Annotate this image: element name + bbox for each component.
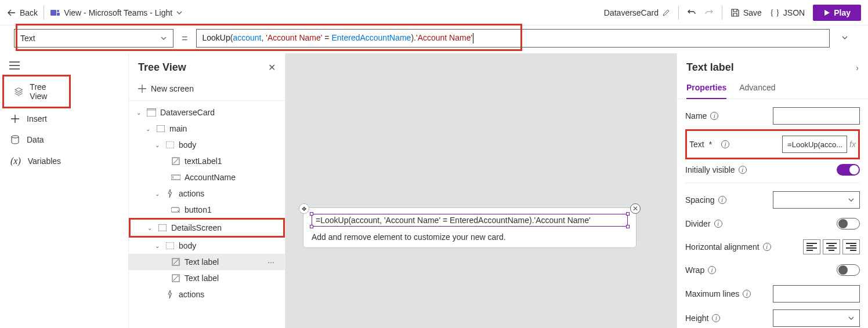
info-icon[interactable]: i: [721, 140, 729, 148]
chevron-down-icon: [160, 35, 167, 42]
tree-node-actions[interactable]: ⌄ actions: [129, 185, 285, 202]
chevron-down-icon: [841, 34, 848, 41]
svg-rect-2: [57, 13, 60, 16]
properties-title: Text label: [686, 61, 734, 74]
prop-label-divider: Divider: [685, 219, 711, 228]
hamburger-button[interactable]: [0, 58, 128, 75]
remove-element-button[interactable]: ✕: [630, 203, 641, 214]
tree-node-dataversecard[interactable]: ⌄ DataverseCard: [129, 104, 285, 121]
name-input[interactable]: [773, 107, 860, 125]
canvas[interactable]: ✥ ✕ =LookUp(account, 'Account Name' = En…: [285, 53, 677, 328]
equals-icon: =: [179, 32, 190, 45]
property-selector[interactable]: Text: [14, 29, 173, 48]
tree-node-textlabel-2[interactable]: Text label: [129, 270, 285, 286]
svg-rect-10: [171, 207, 179, 212]
rail-item-insert[interactable]: Insert: [0, 108, 128, 129]
prop-label-alignment: Horizontal alignment: [685, 242, 760, 252]
info-icon[interactable]: i: [739, 166, 747, 174]
tab-properties[interactable]: Properties: [686, 78, 726, 99]
save-icon: [730, 8, 740, 17]
top-divider-2: [678, 6, 679, 20]
fx-icon[interactable]: fx: [849, 140, 856, 149]
fx-text: =LookUp(account, 'Account Name' = Entere…: [316, 216, 591, 225]
formula-bar: Text = LookUp(account, 'Account Name' = …: [0, 25, 868, 53]
textinput-icon: [171, 174, 181, 181]
rail-item-label: Variables: [28, 156, 61, 166]
align-left-button[interactable]: [803, 239, 820, 254]
info-icon[interactable]: i: [708, 266, 716, 274]
new-screen-label: New screen: [151, 84, 194, 93]
chevron-down-icon: [176, 9, 183, 16]
formula-input[interactable]: LookUp(account, 'Account Name' = Entered…: [196, 29, 830, 48]
card-icon: [146, 108, 157, 116]
align-right-button[interactable]: [842, 239, 860, 254]
arrow-left-icon: [7, 8, 16, 17]
prop-label-text: Text: [689, 140, 704, 149]
rail-item-data[interactable]: Data: [0, 129, 128, 150]
info-icon[interactable]: i: [718, 196, 726, 204]
chevron-down-icon: [848, 196, 855, 203]
play-label: Play: [834, 8, 851, 17]
prop-label-spacing: Spacing: [685, 195, 715, 205]
align-center-button[interactable]: [823, 239, 840, 254]
container-icon: [165, 141, 175, 148]
actions-icon: [165, 290, 175, 298]
formula-expand-button[interactable]: [836, 34, 854, 43]
tree-node-body[interactable]: ⌄ body: [129, 137, 285, 153]
prop-row-divider: Divideri: [685, 213, 860, 234]
view-label: View - Microsoft Teams - Light: [64, 8, 172, 17]
info-icon[interactable]: i: [710, 112, 718, 120]
new-screen-button[interactable]: New screen: [129, 79, 285, 100]
rail-item-tree-view[interactable]: Tree View: [4, 76, 69, 107]
undo-button[interactable]: [687, 8, 696, 17]
divider-toggle[interactable]: [837, 218, 860, 229]
tree-view-panel: Tree View ✕ New screen ⌄ DataverseCard ⌄…: [129, 53, 285, 328]
props-expand-button[interactable]: ›: [856, 63, 859, 72]
tree-node-textlabel1[interactable]: textLabel1: [129, 153, 285, 169]
back-button[interactable]: Back: [7, 8, 38, 17]
card-preview[interactable]: ✥ ✕ =LookUp(account, 'Account Name' = En…: [303, 207, 636, 248]
tree-node-textlabel-selected[interactable]: Text label ···: [129, 254, 285, 270]
view-switcher[interactable]: View - Microsoft Teams - Light: [50, 8, 183, 18]
screen-icon: [155, 125, 166, 132]
play-button[interactable]: Play: [813, 5, 861, 21]
height-select[interactable]: [773, 309, 860, 327]
tree-node-main[interactable]: ⌄ main: [129, 121, 285, 137]
tree-node-detailsscreen[interactable]: ⌄ DetailsScreen: [131, 220, 283, 236]
spacing-select[interactable]: [773, 191, 860, 209]
tree-node-body-2[interactable]: ⌄ body: [129, 238, 285, 254]
redo-button[interactable]: [704, 8, 714, 17]
info-icon[interactable]: i: [712, 314, 720, 322]
maxlines-input[interactable]: [773, 285, 860, 303]
undo-icon: [687, 8, 696, 17]
tree-node-accountname[interactable]: AccountName: [129, 169, 285, 185]
tree-node-button1[interactable]: button1: [129, 202, 285, 218]
prop-row-spacing: Spacingi: [685, 189, 860, 211]
more-button[interactable]: ···: [267, 257, 280, 267]
rail-item-variables[interactable]: (x) Variables: [0, 150, 128, 172]
info-icon[interactable]: i: [763, 243, 771, 251]
wrap-toggle[interactable]: [837, 264, 860, 276]
screen-icon: [157, 224, 168, 231]
tab-advanced[interactable]: Advanced: [739, 78, 775, 99]
info-icon[interactable]: i: [714, 220, 722, 228]
prop-row-name: Namei: [685, 105, 860, 127]
move-handle[interactable]: ✥: [299, 203, 309, 214]
tree-node-actions-2[interactable]: ⌄ actions: [129, 286, 285, 303]
save-button[interactable]: Save: [730, 8, 762, 17]
card-name-edit[interactable]: DataverseCard: [604, 8, 670, 17]
textlabel-icon: [171, 258, 181, 266]
selected-element[interactable]: =LookUp(account, 'Account Name' = Entere…: [312, 214, 628, 227]
visible-toggle[interactable]: [837, 164, 860, 176]
left-rail: Tree View Insert Data (x) Variables: [0, 53, 129, 328]
text-input[interactable]: =LookUp(acco...: [782, 136, 847, 153]
prop-label-height: Height: [685, 314, 708, 323]
json-button[interactable]: { } JSON: [770, 8, 805, 17]
info-icon[interactable]: i: [743, 290, 751, 298]
svg-rect-0: [50, 10, 56, 16]
top-divider-3: [722, 6, 722, 20]
svg-rect-11: [158, 224, 167, 231]
close-tree-button[interactable]: ✕: [268, 62, 276, 73]
prop-label-name: Name: [685, 111, 707, 121]
svg-rect-7: [166, 141, 174, 148]
